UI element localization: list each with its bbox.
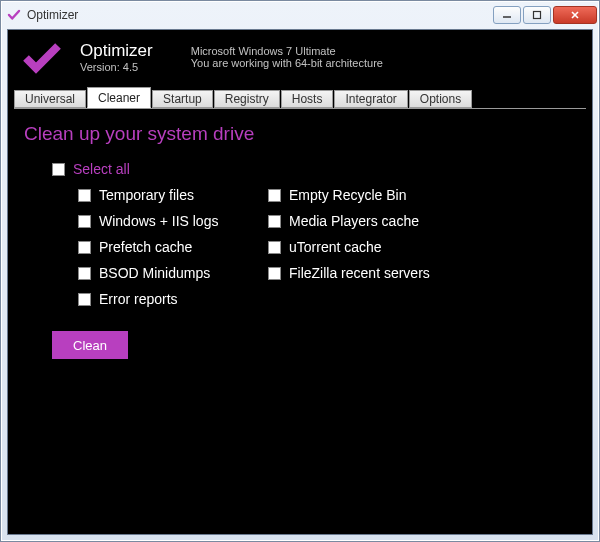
checkbox-bsod-minidumps[interactable] [78, 267, 91, 280]
tab-label: Startup [163, 92, 202, 106]
opt-label: Windows + IIS logs [99, 213, 218, 229]
opt-temporary-files: Temporary files [78, 187, 238, 203]
select-all-label: Select all [73, 161, 130, 177]
opt-label: FileZilla recent servers [289, 265, 430, 281]
cleaner-left-column: Temporary files Windows + IIS logs Prefe… [78, 187, 238, 307]
select-all-row: Select all [52, 161, 576, 177]
tab-label: Options [420, 92, 461, 106]
opt-label: Temporary files [99, 187, 194, 203]
opt-label: Empty Recycle Bin [289, 187, 406, 203]
opt-bsod-minidumps: BSOD Minidumps [78, 265, 238, 281]
opt-filezilla-recent-servers: FileZilla recent servers [268, 265, 430, 281]
opt-utorrent-cache: uTorrent cache [268, 239, 430, 255]
window-titlebar: Optimizer [1, 1, 599, 29]
opt-label: Media Players cache [289, 213, 419, 229]
tab-label: Universal [25, 92, 75, 106]
tab-cleaner[interactable]: Cleaner [87, 87, 151, 108]
tab-hosts[interactable]: Hosts [281, 90, 334, 108]
app-name: Optimizer [80, 41, 153, 61]
tab-label: Registry [225, 92, 269, 106]
tab-label: Cleaner [98, 91, 140, 105]
opt-windows-iis-logs: Windows + IIS logs [78, 213, 238, 229]
titlebar-left: Optimizer [7, 8, 78, 22]
tab-registry[interactable]: Registry [214, 90, 280, 108]
opt-empty-recycle-bin: Empty Recycle Bin [268, 187, 430, 203]
window-controls [493, 6, 597, 24]
os-info: Microsoft Windows 7 Ultimate You are wor… [191, 45, 383, 69]
title-block: Optimizer Version: 4.5 [80, 41, 153, 73]
tab-universal[interactable]: Universal [14, 90, 86, 108]
tab-label: Hosts [292, 92, 323, 106]
maximize-button[interactable] [523, 6, 551, 24]
close-button[interactable] [553, 6, 597, 24]
checkbox-media-players-cache[interactable] [268, 215, 281, 228]
opt-label: Error reports [99, 291, 178, 307]
opt-prefetch-cache: Prefetch cache [78, 239, 238, 255]
checkbox-filezilla-recent-servers[interactable] [268, 267, 281, 280]
checkbox-windows-iis-logs[interactable] [78, 215, 91, 228]
opt-media-players-cache: Media Players cache [268, 213, 430, 229]
opt-error-reports: Error reports [78, 291, 238, 307]
cleaner-options: Temporary files Windows + IIS logs Prefe… [78, 187, 576, 307]
checkbox-error-reports[interactable] [78, 293, 91, 306]
logo-checkmark-icon [22, 40, 62, 74]
app-version: Version: 4.5 [80, 61, 153, 73]
opt-label: Prefetch cache [99, 239, 192, 255]
checkbox-utorrent-cache[interactable] [268, 241, 281, 254]
tab-startup[interactable]: Startup [152, 90, 213, 108]
opt-label: uTorrent cache [289, 239, 382, 255]
app-window: Optimizer [0, 0, 600, 542]
checkbox-temporary-files[interactable] [78, 189, 91, 202]
app-header: Optimizer Version: 4.5 Microsoft Windows… [8, 30, 592, 86]
svg-rect-1 [534, 12, 541, 19]
os-arch: You are working with 64-bit architecture [191, 57, 383, 69]
checkbox-empty-recycle-bin[interactable] [268, 189, 281, 202]
window-title: Optimizer [27, 8, 78, 22]
cleaner-page: Clean up your system drive Select all Te… [8, 109, 592, 534]
clean-button[interactable]: Clean [52, 331, 128, 359]
os-name: Microsoft Windows 7 Ultimate [191, 45, 383, 57]
app-icon [7, 8, 21, 22]
cleaner-right-column: Empty Recycle Bin Media Players cache uT… [268, 187, 430, 307]
client-area: Optimizer Version: 4.5 Microsoft Windows… [7, 29, 593, 535]
select-all-checkbox[interactable] [52, 163, 65, 176]
minimize-button[interactable] [493, 6, 521, 24]
checkbox-prefetch-cache[interactable] [78, 241, 91, 254]
tab-options[interactable]: Options [409, 90, 472, 108]
opt-label: BSOD Minidumps [99, 265, 210, 281]
page-title: Clean up your system drive [24, 123, 576, 145]
tab-integrator[interactable]: Integrator [334, 90, 407, 108]
tabstrip: Universal Cleaner Startup Registry Hosts… [8, 86, 592, 108]
tab-label: Integrator [345, 92, 396, 106]
